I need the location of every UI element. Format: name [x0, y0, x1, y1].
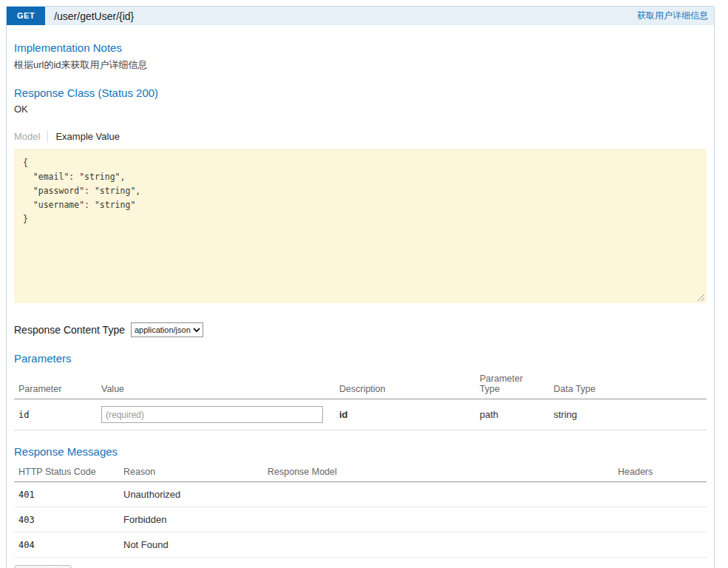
- status-code: 401: [14, 482, 119, 507]
- response-class-status-text: OK: [14, 104, 707, 115]
- col-parameter: Parameter: [14, 369, 97, 399]
- parameter-row-id: id id path string: [14, 399, 707, 430]
- parameters-table: Parameter Value Description Parameter Ty…: [14, 369, 707, 430]
- try-it-out-button[interactable]: Try it out!: [14, 565, 72, 568]
- col-description: Description: [335, 369, 475, 399]
- response-model: [263, 482, 613, 507]
- col-response-model: Response Model: [263, 462, 613, 482]
- response-messages-heading: Response Messages: [14, 445, 707, 458]
- response-message-row-403: 403 Forbidden: [14, 507, 707, 532]
- response-content-type-row: Response Content Type application/json: [14, 322, 707, 337]
- tab-example-value[interactable]: Example Value: [48, 131, 119, 143]
- implementation-notes-text: 根据url的id来获取用户详细信息: [14, 58, 707, 72]
- headers: [613, 532, 707, 558]
- implementation-notes-heading: Implementation Notes: [14, 41, 707, 54]
- response-class-heading: Response Class (Status 200): [14, 87, 707, 99]
- tab-model[interactable]: Model: [14, 131, 48, 143]
- response-message-row-401: 401 Unauthorized: [14, 482, 707, 507]
- operation-panel: GET /user/getUser/{id} 获取用户详细信息 Implemen…: [6, 6, 715, 568]
- reason: Forbidden: [119, 507, 263, 532]
- reason: Unauthorized: [119, 482, 263, 507]
- parameter-description: id: [335, 399, 475, 430]
- parameter-id-input[interactable]: [101, 406, 323, 423]
- col-headers: Headers: [613, 462, 707, 482]
- swagger-page: GET /user/getUser/{id} 获取用户详细信息 Implemen…: [0, 0, 728, 568]
- example-model-tabs: Model Example Value: [14, 131, 707, 143]
- response-content-type-select[interactable]: application/json: [131, 322, 203, 337]
- headers: [613, 482, 707, 507]
- col-data-type: Data Type: [549, 369, 707, 399]
- operation-header[interactable]: GET /user/getUser/{id} 获取用户详细信息: [7, 7, 714, 25]
- operation-path-link[interactable]: /user/getUser/{id}: [54, 10, 134, 22]
- response-model: [263, 532, 613, 558]
- col-reason: Reason: [119, 462, 263, 482]
- status-code: 403: [14, 507, 119, 532]
- response-messages-header-row: HTTP Status Code Reason Response Model H…: [14, 462, 707, 482]
- example-value-json: { "email": "string", "password": "string…: [14, 149, 707, 234]
- parameter-data-type: string: [549, 399, 707, 430]
- response-messages-table: HTTP Status Code Reason Response Model H…: [14, 462, 707, 558]
- col-parameter-type: Parameter Type: [475, 369, 549, 399]
- resize-handle-icon[interactable]: [697, 294, 705, 302]
- reason: Not Found: [119, 532, 263, 558]
- parameter-type: path: [475, 399, 549, 430]
- parameter-value-cell: [97, 399, 335, 430]
- response-content-type-label: Response Content Type: [14, 324, 125, 336]
- example-value-snippet[interactable]: { "email": "string", "password": "string…: [14, 149, 707, 303]
- response-message-row-404: 404 Not Found: [14, 532, 707, 558]
- parameters-header-row: Parameter Value Description Parameter Ty…: [14, 369, 707, 399]
- parameters-heading: Parameters: [14, 352, 707, 365]
- operation-content: Implementation Notes 根据url的id来获取用户详细信息 R…: [7, 25, 714, 568]
- response-model: [263, 507, 613, 532]
- col-value: Value: [97, 369, 335, 399]
- parameter-name: id: [14, 399, 97, 430]
- http-method-badge[interactable]: GET: [7, 7, 45, 25]
- operation-summary-link[interactable]: 获取用户详细信息: [637, 10, 708, 22]
- headers: [613, 507, 707, 532]
- col-http-status-code: HTTP Status Code: [14, 462, 119, 482]
- status-code: 404: [14, 532, 119, 558]
